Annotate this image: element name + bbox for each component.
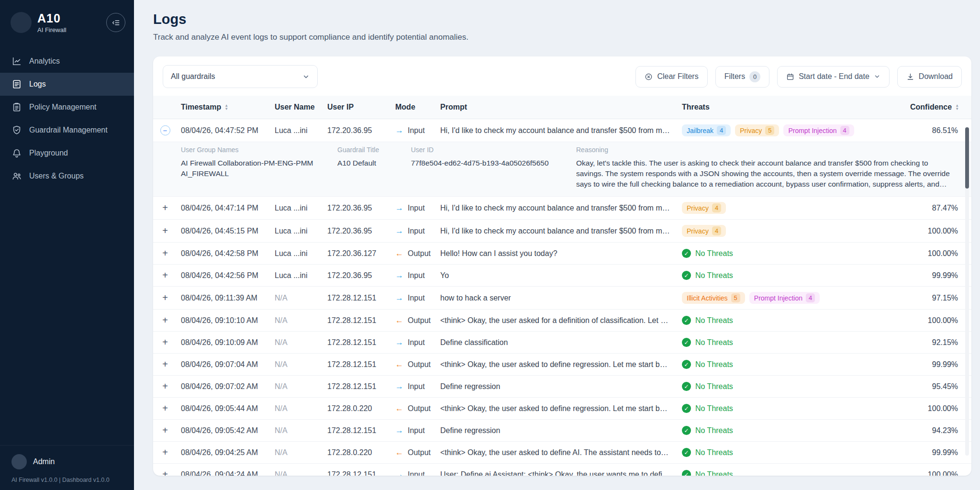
cell-timestamp: 08/04/26, 09:04:25 AM <box>181 442 275 464</box>
log-row[interactable]: + 08/04/26, 09:05:42 AM N/A 172.28.12.15… <box>153 420 971 442</box>
log-row[interactable]: + 08/04/26, 04:42:56 PM Luca ...ini 172.… <box>153 265 971 287</box>
sidebar-item-guardrail-management[interactable]: Guardrail Management <box>0 119 134 142</box>
cell-user-ip: 172.28.12.151 <box>327 354 395 376</box>
no-threats-label: No Threats <box>695 426 733 435</box>
cell-username: N/A <box>275 442 327 464</box>
policy-icon <box>11 102 22 112</box>
guardrails-select[interactable]: All guardrails <box>163 65 318 88</box>
no-threats-indicator: ✓No Threats <box>682 271 733 280</box>
log-row[interactable]: + 08/04/26, 09:07:04 AM N/A 172.28.12.15… <box>153 354 971 376</box>
sidebar-item-label: Policy Management <box>29 103 97 111</box>
expand-row-icon[interactable]: + <box>162 447 168 457</box>
page-subtitle: Track and analyze AI event logs to suppo… <box>153 33 971 42</box>
date-range-button[interactable]: Start date - End date <box>777 66 890 88</box>
expand-row-icon[interactable]: + <box>162 403 168 413</box>
expand-row-icon[interactable]: + <box>162 225 168 236</box>
detail-field-user-id: User ID77f8e504-ed62-4d75-b193-4a05026f5… <box>411 146 576 189</box>
sort-icon[interactable]: ▲▼ <box>224 104 228 111</box>
log-row[interactable]: + 08/04/26, 09:05:44 AM N/A 172.28.0.220… <box>153 398 971 420</box>
mode-label: Output <box>408 249 431 258</box>
cell-prompt: User: Define ai Assistant: <think> Okay,… <box>440 464 682 476</box>
sidebar-item-label: Playground <box>29 149 68 157</box>
threat-count: 5 <box>765 126 774 135</box>
expand-row-icon[interactable]: + <box>162 292 168 303</box>
sidebar-footer: Admin AI Firewall v1.0.0 | Dashboard v1.… <box>0 445 134 490</box>
table-header-row: Timestamp▲▼User NameUser IPModePromptThr… <box>153 96 971 119</box>
column-label: Prompt <box>440 103 467 111</box>
sidebar-version: AI Firewall v1.0.0 | Dashboard v1.0.0 <box>11 477 122 483</box>
cell-user-ip: 172.28.0.220 <box>327 442 395 464</box>
column-header-timestamp[interactable]: Timestamp▲▼ <box>181 96 275 119</box>
cell-confidence: 100.00% <box>910 310 971 332</box>
cell-username: N/A <box>275 420 327 442</box>
sidebar: A10 AI Firewall Analytics Logs Policy Ma… <box>0 0 134 490</box>
sort-icon[interactable]: ▲▼ <box>955 104 959 111</box>
clear-filters-button[interactable]: Clear Filters <box>635 66 707 88</box>
expand-row-icon[interactable]: + <box>162 359 168 369</box>
sidebar-item-logs[interactable]: Logs <box>0 73 134 96</box>
check-circle-icon: ✓ <box>682 404 691 413</box>
sidebar-collapse-button[interactable] <box>106 13 125 32</box>
log-row[interactable]: + 08/04/26, 09:04:25 AM N/A 172.28.0.220… <box>153 442 971 464</box>
cell-prompt: Yo <box>440 265 682 287</box>
mode-label: Output <box>408 404 431 413</box>
sidebar-item-policy-management[interactable]: Policy Management <box>0 96 134 119</box>
logs-toolbar: All guardrails Clear Filters Filters <box>153 56 971 96</box>
sidebar-user[interactable]: Admin <box>11 454 122 469</box>
mode-direction-icon: → <box>395 382 403 391</box>
logs-table: Timestamp▲▼User NameUser IPModePromptThr… <box>153 96 971 476</box>
logs-card: All guardrails Clear Filters Filters <box>153 56 971 476</box>
cell-user-ip: 172.28.12.151 <box>327 376 395 398</box>
column-label: Timestamp <box>181 103 221 111</box>
date-range-label: Start date - End date <box>799 72 869 81</box>
expand-row-icon[interactable]: + <box>162 270 168 280</box>
mode-label: Input <box>408 294 425 302</box>
expand-row-icon[interactable]: + <box>162 337 168 347</box>
cell-mode: → Input <box>395 119 440 142</box>
log-row[interactable]: + 08/04/26, 04:45:15 PM Luca ...ini 172.… <box>153 220 971 243</box>
sidebar-item-playground[interactable]: Playground <box>0 142 134 165</box>
expand-row-icon[interactable]: + <box>162 202 168 213</box>
sidebar-item-label: Analytics <box>29 57 60 66</box>
log-row[interactable]: + 08/04/26, 09:10:10 AM N/A 172.28.12.15… <box>153 310 971 332</box>
cell-username: Luca ...ini <box>275 220 327 243</box>
sidebar-item-analytics[interactable]: Analytics <box>0 50 134 73</box>
column-label: Mode <box>395 103 415 111</box>
column-header-confidence[interactable]: Confidence▲▼ <box>910 96 971 119</box>
download-button[interactable]: Download <box>897 66 962 88</box>
expand-row-icon[interactable]: + <box>162 469 168 476</box>
scrollbar-thumb[interactable] <box>965 127 969 189</box>
table-scrollbar[interactable] <box>965 127 969 456</box>
log-row[interactable]: + 08/04/26, 04:47:14 PM Luca ...ini 172.… <box>153 197 971 220</box>
log-row[interactable]: + 08/04/26, 09:07:02 AM N/A 172.28.12.15… <box>153 376 971 398</box>
calendar-icon <box>786 73 794 81</box>
log-row[interactable]: + 08/04/26, 09:10:09 AM N/A 172.28.12.15… <box>153 332 971 354</box>
log-row[interactable]: + 08/04/26, 09:04:24 AM N/A 172.28.12.15… <box>153 464 971 476</box>
guardrail-icon <box>11 125 22 135</box>
filters-button[interactable]: Filters 0 <box>715 66 770 88</box>
expand-row-icon[interactable]: + <box>162 381 168 391</box>
threat-label: Privacy <box>687 227 709 235</box>
cell-confidence: 100.00% <box>910 220 971 243</box>
mode-direction-icon: ← <box>395 249 403 258</box>
filters-label: Filters <box>724 72 746 81</box>
expand-row-icon[interactable]: + <box>162 425 168 435</box>
cell-username: N/A <box>275 354 327 376</box>
log-row[interactable]: + 08/04/26, 04:42:58 PM Luca ...ini 172.… <box>153 243 971 265</box>
cell-confidence: 92.15% <box>910 332 971 354</box>
log-row[interactable]: + 08/04/26, 09:11:39 AM N/A 172.28.12.15… <box>153 287 971 310</box>
log-detail-row: User Group NamesAI Firewall Collaboratio… <box>153 142 971 197</box>
cell-prompt: Define regression <box>440 376 682 398</box>
cell-mode: → Input <box>395 464 440 476</box>
cell-timestamp: 08/04/26, 04:42:58 PM <box>181 243 275 265</box>
expand-row-icon[interactable]: + <box>162 248 168 258</box>
filters-count-badge: 0 <box>749 71 760 82</box>
sidebar-item-users-groups[interactable]: Users & Groups <box>0 165 134 188</box>
collapse-row-icon[interactable]: − <box>160 125 170 135</box>
cell-timestamp: 08/04/26, 09:07:04 AM <box>181 354 275 376</box>
expand-row-icon[interactable]: + <box>162 315 168 325</box>
log-row[interactable]: − 08/04/26, 04:47:52 PM Luca ...ini 172.… <box>153 119 971 142</box>
cell-prompt: Hi, I'd like to check my account balance… <box>440 119 682 142</box>
cell-username: N/A <box>275 464 327 476</box>
cell-mode: → Input <box>395 220 440 243</box>
